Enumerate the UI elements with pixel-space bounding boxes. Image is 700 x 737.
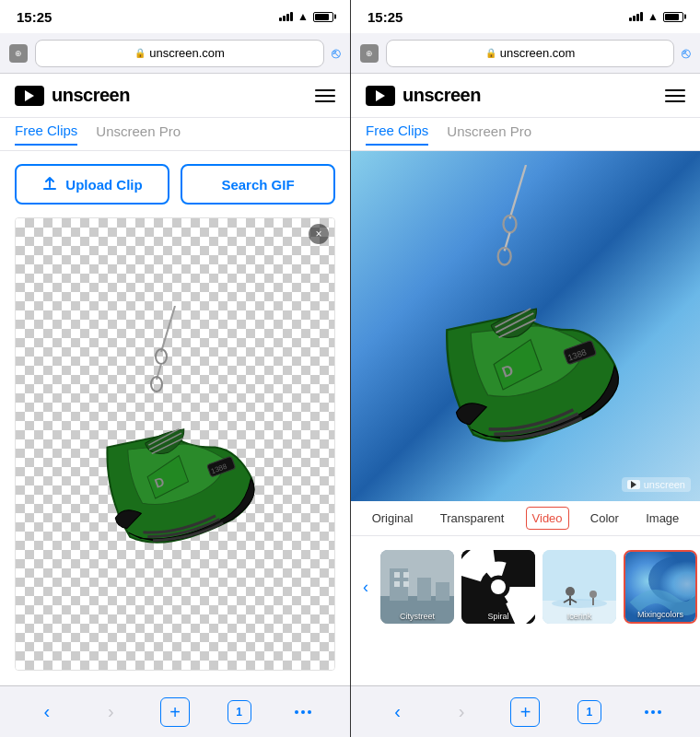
svg-point-35: [552, 599, 607, 608]
more-button-right[interactable]: [636, 696, 670, 729]
image-preview-left: ×: [15, 217, 335, 671]
tab-color[interactable]: Color: [585, 508, 624, 529]
svg-rect-28: [403, 581, 409, 587]
play-icon-left: [25, 90, 34, 101]
play-icon-right: [376, 90, 385, 101]
browser-url-text-right: unscreen.com: [500, 46, 576, 60]
svg-line-0: [161, 306, 175, 352]
svg-point-32: [491, 579, 506, 594]
thumb-icerink-label: Icerink: [542, 612, 616, 621]
status-time-left: 15:25: [17, 9, 52, 25]
tab-original[interactable]: Original: [367, 508, 419, 529]
shoe-image-right: D 1388: [351, 151, 700, 501]
svg-rect-23: [417, 578, 431, 601]
thumb-citystreet[interactable]: Citystreet: [380, 550, 454, 624]
logo-left: unscreen: [15, 85, 130, 106]
hamburger-line-3: [315, 100, 335, 102]
tab-transparent[interactable]: Transparent: [435, 508, 510, 529]
tab-switcher-button-right[interactable]: 1: [573, 696, 606, 729]
upload-clip-button[interactable]: Upload Clip: [15, 164, 169, 205]
thumb-mixingcolors[interactable]: Mixingcolors: [624, 550, 697, 624]
tab-video[interactable]: Video: [526, 507, 569, 530]
new-tab-button-right[interactable]: +: [508, 696, 542, 729]
back-arrow-right: ‹: [394, 701, 401, 722]
tab-switcher-button-left[interactable]: 1: [223, 696, 256, 729]
browser-url-bar-right[interactable]: 🔒 unscreen.com: [386, 40, 674, 67]
image-preview-right: D 1388 unscreen: [351, 151, 700, 501]
forward-arrow-left: ›: [108, 701, 114, 722]
battery-icon-right: [663, 12, 683, 22]
shoe-svg-left: D 1388: [64, 306, 286, 582]
search-gif-label: Search GIF: [221, 177, 294, 193]
tab-count-left: 1: [228, 700, 251, 724]
hamburger-line-2: [315, 95, 335, 97]
output-tabs: Original Transparent Video Color Image: [351, 501, 700, 536]
hamburger-menu-left[interactable]: [315, 89, 335, 102]
forward-arrow-right: ›: [459, 701, 465, 722]
lock-icon-left: 🔒: [134, 48, 146, 58]
wifi-icon-left: ▲: [298, 10, 309, 23]
svg-rect-27: [394, 581, 400, 587]
search-gif-button[interactable]: Search GIF: [181, 164, 335, 205]
browser-tab-icon-right: ⊕: [360, 44, 379, 63]
thumb-icerink[interactable]: Icerink: [542, 550, 616, 624]
back-arrow-left: ‹: [43, 701, 50, 722]
watermark: unscreen: [622, 477, 691, 492]
battery-icon-left: [313, 12, 333, 22]
logo-icon-left: [15, 86, 44, 106]
nav-tabs-left: Free Clips Unscreen Pro: [0, 118, 350, 151]
forward-button-right[interactable]: ›: [445, 696, 478, 729]
hamburger-menu-right[interactable]: [665, 89, 685, 102]
app-header-left: unscreen: [0, 74, 350, 118]
status-icons-right: ▲: [629, 10, 683, 23]
tab-unscreen-pro-left[interactable]: Unscreen Pro: [96, 123, 181, 145]
tab-count-right: 1: [578, 700, 601, 724]
logo-text-right: unscreen: [402, 85, 481, 106]
browser-tab-icon-left: ⊕: [9, 44, 28, 63]
thumb-citystreet-label: Citystreet: [380, 612, 454, 621]
logo-icon-right: [366, 86, 395, 106]
new-tab-button-left[interactable]: +: [158, 696, 192, 729]
status-bar-left: 15:25 ▲: [0, 0, 350, 33]
wifi-icon-right: ▲: [648, 10, 659, 23]
browser-url-text-left: unscreen.com: [149, 46, 225, 60]
tab-image[interactable]: Image: [640, 508, 684, 529]
share-button-right[interactable]: ⎋: [682, 45, 691, 62]
signal-icon-right: [629, 12, 643, 21]
tab-free-clips-left[interactable]: Free Clips: [15, 123, 77, 146]
svg-rect-24: [436, 582, 449, 601]
plus-icon-left: +: [160, 697, 190, 727]
forward-button-left[interactable]: ›: [94, 696, 127, 729]
back-button-left[interactable]: ‹: [30, 696, 64, 729]
status-bar-right: 15:25 ▲: [351, 0, 700, 33]
app-header-right: unscreen: [351, 74, 700, 118]
tab-free-clips-right[interactable]: Free Clips: [366, 123, 428, 146]
lock-icon-right: 🔒: [485, 48, 496, 58]
share-button-left[interactable]: ⎋: [332, 45, 341, 62]
status-time-right: 15:25: [368, 9, 402, 25]
signal-icon-left: [279, 12, 293, 21]
svg-rect-25: [394, 572, 400, 578]
plus-icon-right: +: [510, 697, 540, 727]
more-dots-left: [295, 710, 311, 714]
right-phone-panel: 15:25 ▲ ⊕ 🔒 unscreen.com ⎋: [350, 0, 700, 737]
more-dots-right: [645, 710, 661, 714]
more-button-left[interactable]: [286, 696, 320, 729]
close-button-left[interactable]: ×: [309, 224, 329, 244]
scroll-left-arrow[interactable]: ‹: [358, 550, 373, 624]
browser-url-bar-left[interactable]: 🔒 unscreen.com: [35, 40, 324, 67]
back-button-right[interactable]: ‹: [381, 696, 414, 729]
tab-unscreen-pro-right[interactable]: Unscreen Pro: [447, 123, 531, 145]
nav-tabs-right: Free Clips Unscreen Pro: [351, 118, 700, 151]
svg-point-40: [589, 591, 597, 598]
logo-right: unscreen: [366, 85, 481, 106]
thumb-spiral[interactable]: Spiral: [461, 550, 535, 624]
svg-line-10: [509, 165, 526, 218]
upload-icon: [41, 176, 58, 193]
logo-text-left: unscreen: [52, 85, 130, 106]
action-buttons-left: Upload Clip Search GIF: [0, 151, 350, 217]
bottom-nav-right: ‹ › + 1: [351, 685, 700, 737]
watermark-icon: [627, 480, 640, 489]
watermark-text: unscreen: [644, 479, 685, 490]
background-thumbnails: ‹ Citystreet: [351, 536, 700, 638]
